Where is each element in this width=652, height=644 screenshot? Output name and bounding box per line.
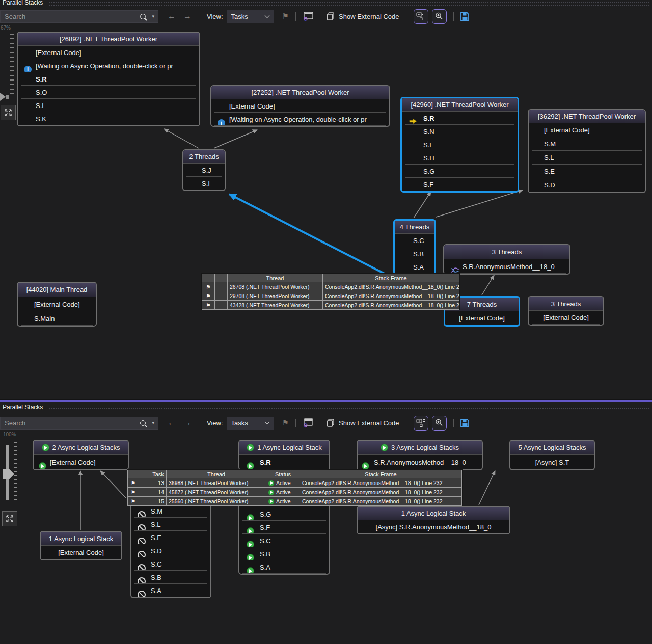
stack-frame[interactable]: S.M: [131, 504, 210, 518]
stack-frame[interactable]: S.R.AnonymousMethod__18_0: [444, 259, 569, 274]
stack-frame[interactable]: [External Code]: [41, 546, 121, 559]
stack-node-b5async[interactable]: 5 Async Logical Stacks[Async] S.T: [509, 440, 595, 470]
stack-node-t3threads_ext[interactable]: 3 Threads[External Code]: [528, 296, 604, 326]
stack-frame[interactable]: S.A: [239, 560, 329, 574]
table-column-header[interactable]: [128, 470, 139, 478]
stack-node-t26892[interactable]: [26892] .NET ThreadPool Worker[External …: [17, 32, 200, 126]
table-column-header[interactable]: Thread: [167, 470, 266, 478]
stack-frame[interactable]: S.K: [18, 112, 199, 125]
stack-node-header[interactable]: [42960] .NET ThreadPool Worker: [402, 98, 518, 112]
stack-frame[interactable]: i[Waiting on Async Operation, double-cli…: [211, 113, 389, 126]
stack-node-header[interactable]: 2 Threads: [183, 150, 225, 164]
stack-frame[interactable]: S.L: [529, 151, 645, 165]
stack-frame[interactable]: S.R: [18, 72, 199, 86]
stack-node-header[interactable]: [27252] .NET ThreadPool Worker: [211, 86, 389, 99]
stack-frame[interactable]: S.E: [131, 531, 210, 544]
stack-frame[interactable]: [External Code]: [18, 46, 199, 59]
flag-icon[interactable]: ⚑: [202, 282, 215, 291]
stack-frame[interactable]: S.C: [395, 234, 434, 247]
stack-node-header[interactable]: 5 Async Logical Stacks: [510, 441, 594, 455]
stack-frame[interactable]: S.J: [183, 164, 225, 177]
stack-node-t44020[interactable]: [44020] Main Thread[External Code]S.Main: [17, 282, 97, 327]
stack-frame[interactable]: S.B: [239, 547, 329, 560]
stack-frame[interactable]: S.D: [131, 544, 210, 557]
stack-frame[interactable]: S.M: [529, 137, 645, 151]
stack-frame[interactable]: S.F: [239, 521, 329, 534]
table-column-header[interactable]: Status: [266, 470, 300, 478]
flag-icon[interactable]: ⚑: [128, 478, 139, 488]
table-row[interactable]: ⚑1525560 (.NET ThreadPool Worker)ActiveC…: [128, 497, 462, 506]
stack-frame[interactable]: S.A: [131, 584, 210, 597]
stack-node-b3async[interactable]: 3 Async Logical StacksS.R.AnonymousMetho…: [357, 440, 483, 470]
table-row[interactable]: ⚑26708 (.NET ThreadPool Worker)ConsoleAp…: [202, 282, 459, 291]
stack-node-t36292[interactable]: [36292] .NET ThreadPool Worker[External …: [528, 109, 646, 193]
stack-node-t2threads[interactable]: 2 ThreadsS.JS.I: [182, 149, 226, 191]
stack-frame[interactable]: [External Code]: [445, 311, 519, 325]
stack-node-header[interactable]: 3 Threads: [529, 297, 603, 311]
stack-frame[interactable]: S.A: [395, 260, 434, 274]
table-row[interactable]: ⚑1445872 (.NET ThreadPool Worker)ActiveC…: [128, 488, 462, 497]
stack-frame[interactable]: S.D: [529, 178, 645, 192]
stack-node-header[interactable]: [44020] Main Thread: [18, 283, 96, 297]
stack-frame[interactable]: S.B: [395, 247, 434, 260]
table-column-header[interactable]: Stack Frame: [300, 470, 462, 478]
stack-frame[interactable]: [Async] S.R.AnonymousMethod__18_0: [358, 520, 509, 533]
table-column-header[interactable]: Stack Frame: [323, 274, 459, 282]
stack-frame[interactable]: [External Code]: [529, 123, 645, 137]
flag-icon[interactable]: ⚑: [202, 301, 215, 310]
flag-icon[interactable]: ⚑: [202, 291, 215, 301]
stack-node-t3threads_anon[interactable]: 3 ThreadsS.R.AnonymousMethod__18_0: [443, 244, 570, 275]
stack-node-header[interactable]: [36292] .NET ThreadPool Worker: [529, 110, 645, 123]
stack-frame[interactable]: [External Code]: [18, 297, 96, 311]
table-column-header[interactable]: [139, 470, 150, 478]
stack-frame[interactable]: S.I: [183, 177, 225, 190]
stack-node-header[interactable]: 3 Threads: [444, 245, 569, 259]
stack-frame[interactable]: S.G: [239, 507, 329, 521]
stack-frame[interactable]: S.R: [402, 112, 518, 125]
stack-frame[interactable]: S.L: [18, 99, 199, 112]
stack-node-header[interactable]: [26892] .NET ThreadPool Worker: [18, 33, 199, 46]
stack-frame[interactable]: S.F: [402, 178, 518, 191]
table-row[interactable]: ⚑29708 (.NET ThreadPool Worker)ConsoleAp…: [202, 291, 459, 301]
stack-node-bq1async[interactable]: 1 Async Logical Stack[Async] S.R.Anonymo…: [357, 506, 510, 534]
stack-frame[interactable]: S.G: [402, 165, 518, 178]
stack-node-header[interactable]: 1 Async Logical Stack: [239, 441, 329, 455]
table-row[interactable]: ⚑43428 (.NET ThreadPool Worker)ConsoleAp…: [202, 301, 459, 310]
stack-frame[interactable]: S.N: [402, 125, 518, 138]
stack-frame[interactable]: [External Code]: [211, 99, 389, 113]
stack-node-header[interactable]: 4 Threads: [395, 221, 434, 234]
stack-frame[interactable]: [External Code]: [529, 311, 603, 325]
table-column-header[interactable]: Task: [150, 470, 167, 478]
stack-node-t42960[interactable]: [42960] .NET ThreadPool WorkerS.RS.NS.LS…: [400, 97, 519, 193]
stack-frame[interactable]: S.L: [131, 518, 210, 531]
stack-node-header[interactable]: 1 Async Logical Stack: [41, 532, 121, 546]
stack-frame[interactable]: S.E: [529, 165, 645, 178]
stack-frame[interactable]: S.H: [402, 151, 518, 165]
stack-frame[interactable]: S.R: [239, 455, 329, 469]
stack-frame-label: S.R: [18, 75, 47, 83]
flag-icon[interactable]: ⚑: [128, 488, 139, 497]
stack-frame[interactable]: [External Code]: [34, 455, 128, 469]
stack-frame[interactable]: S.O: [18, 86, 199, 99]
stack-frame[interactable]: S.L: [402, 138, 518, 151]
stack-node-b2async[interactable]: 2 Async Logical Stacks[External Code]: [33, 440, 129, 470]
stack-frame[interactable]: [Async] S.T: [510, 455, 594, 469]
table-column-header[interactable]: Thread: [228, 274, 323, 282]
stack-frame[interactable]: i[Waiting on Async Operation, double-cli…: [18, 59, 199, 72]
stack-node-b1async_sr[interactable]: 1 Async Logical StackS.R: [238, 440, 330, 470]
stack-node-header[interactable]: 2 Async Logical Stacks: [34, 441, 128, 455]
stack-node-br1async[interactable]: 1 Async Logical Stack[External Code]: [40, 531, 122, 560]
table-column-header[interactable]: [202, 274, 215, 282]
stack-frame[interactable]: S.Main: [18, 311, 96, 326]
stack-node-t4threads[interactable]: 4 ThreadsS.CS.BS.A: [393, 219, 436, 275]
stack-frame[interactable]: S.C: [239, 534, 329, 547]
stack-frame[interactable]: S.R.AnonymousMethod__18_0: [358, 455, 482, 469]
stack-node-header[interactable]: 3 Async Logical Stacks: [358, 441, 482, 455]
stack-frame[interactable]: S.C: [131, 557, 210, 571]
flag-icon[interactable]: ⚑: [128, 497, 139, 506]
table-row[interactable]: ⚑1336988 (.NET ThreadPool Worker)ActiveC…: [128, 478, 462, 488]
stack-node-t27252[interactable]: [27252] .NET ThreadPool Worker[External …: [210, 85, 390, 127]
stack-node-header[interactable]: 1 Async Logical Stack: [358, 507, 509, 520]
stack-frame[interactable]: S.B: [131, 571, 210, 584]
table-column-header[interactable]: [215, 274, 228, 282]
